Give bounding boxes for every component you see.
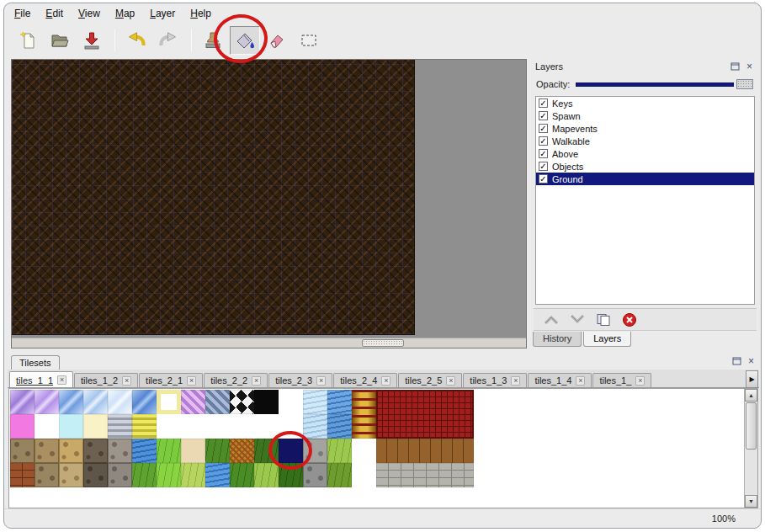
tileset-tab-tiles_2_2[interactable]: tiles_2_2× xyxy=(204,373,268,387)
tileset-tile-grass[interactable] xyxy=(205,439,230,463)
tileset-tile-frame[interactable] xyxy=(157,390,181,414)
tileset-tile-grass[interactable] xyxy=(254,439,279,463)
tileset-tab-tiles_1_1[interactable]: tiles_1_1× xyxy=(9,371,73,388)
new-file-button[interactable] xyxy=(13,26,43,55)
tileset-tile-grass[interactable] xyxy=(327,439,352,463)
tileset-tile-stone[interactable] xyxy=(303,439,327,463)
tileset-tab-tiles_1_2[interactable]: tiles_1_2× xyxy=(74,373,138,387)
close-tab-icon[interactable]: × xyxy=(446,376,455,386)
tileset-tile-stone[interactable] xyxy=(108,439,132,463)
layers-panel-float-button[interactable] xyxy=(729,61,741,72)
eraser-tool-button[interactable] xyxy=(262,26,292,55)
tileset-tile-gem[interactable] xyxy=(83,390,108,414)
tileset-tile-water[interactable] xyxy=(205,463,230,487)
tileset-tile-dstripe[interactable] xyxy=(181,390,205,414)
layer-row-objects[interactable]: ✓Objects xyxy=(536,160,754,173)
tileset-tile-stone[interactable] xyxy=(35,439,59,463)
tileset-tile-stone[interactable] xyxy=(59,463,83,487)
tileset-tile-grass[interactable] xyxy=(230,463,254,487)
tileset-tile-weave[interactable] xyxy=(230,439,254,463)
map-canvas[interactable] xyxy=(12,60,415,335)
tileset-tile-brick[interactable] xyxy=(10,463,35,487)
scroll-up-button[interactable]: ▲ xyxy=(745,389,757,402)
tileset-tab-tiles_2_3[interactable]: tiles_2_3× xyxy=(268,373,332,387)
tileset-tile-stone[interactable] xyxy=(108,463,132,487)
tileset-tab-tiles_2_5[interactable]: tiles_2_5× xyxy=(398,373,462,387)
tileset-tile-grass[interactable] xyxy=(327,463,352,487)
tileset-tile-hstripe[interactable] xyxy=(132,414,157,439)
tileset-tile-stone[interactable] xyxy=(10,439,35,463)
tilesets-panel-float-button[interactable] xyxy=(730,355,743,366)
undo-button[interactable] xyxy=(121,26,151,55)
move-layer-down-button[interactable] xyxy=(570,314,585,325)
close-tab-icon[interactable]: × xyxy=(576,376,585,386)
tileset-tile-wood[interactable] xyxy=(376,439,474,463)
tab-history[interactable]: History xyxy=(533,332,582,347)
tileset-tile-navy-selected[interactable] xyxy=(279,439,303,463)
layer-visibility-checkbox[interactable]: ✓ xyxy=(539,174,548,184)
vertical-scrollbar-thumb[interactable] xyxy=(746,402,757,450)
close-tab-icon[interactable]: × xyxy=(316,376,326,386)
tileset-tile-plain[interactable] xyxy=(254,390,279,414)
layer-visibility-checkbox[interactable]: ✓ xyxy=(539,136,548,146)
close-tab-icon[interactable]: × xyxy=(511,376,520,386)
import-button[interactable] xyxy=(77,26,107,55)
tileset-tile-plain[interactable] xyxy=(181,439,205,463)
menu-view[interactable]: View xyxy=(78,8,100,19)
layer-row-spawn[interactable]: ✓Spawn xyxy=(536,109,754,122)
tileset-tile-water[interactable] xyxy=(132,439,157,463)
tileset-tile-gem[interactable] xyxy=(59,390,83,414)
menu-file[interactable]: File xyxy=(14,8,30,19)
layer-row-mapevents[interactable]: ✓Mapevents xyxy=(536,122,754,135)
tileset-tile-stone[interactable] xyxy=(35,463,59,487)
tileset-tile-grass[interactable] xyxy=(181,463,205,487)
layer-visibility-checkbox[interactable]: ✓ xyxy=(539,124,548,133)
layers-panel-close-button[interactable]: × xyxy=(743,61,756,72)
tileset-tile-grass[interactable] xyxy=(157,439,181,463)
tileset-tile-ornate[interactable] xyxy=(352,390,376,439)
opacity-slider-handle[interactable] xyxy=(736,79,753,89)
horizontal-scrollbar-thumb[interactable] xyxy=(362,339,404,347)
tileset-tile-gem[interactable] xyxy=(10,390,35,414)
tileset-tab-tiles_1_[interactable]: tiles_1_× xyxy=(592,373,651,387)
close-tab-icon[interactable]: × xyxy=(252,376,261,386)
duplicate-layer-button[interactable] xyxy=(596,313,611,327)
open-button[interactable] xyxy=(45,26,75,55)
layer-row-walkable[interactable]: ✓Walkable xyxy=(536,135,754,147)
delete-layer-button[interactable] xyxy=(622,312,637,327)
close-tab-icon[interactable]: × xyxy=(381,376,390,386)
tileset-tile-water[interactable] xyxy=(327,414,352,439)
tileset-tile-water[interactable] xyxy=(303,414,327,439)
tileset-vertical-scrollbar[interactable]: ▲ ▼ xyxy=(744,389,757,508)
canvas-horizontal-scrollbar[interactable] xyxy=(12,338,526,348)
scroll-down-button[interactable]: ▼ xyxy=(745,495,757,508)
tileset-tab-tiles_2_1[interactable]: tiles_2_1× xyxy=(139,373,203,387)
tilesets-panel-close-button[interactable]: × xyxy=(745,355,757,366)
tileset-tabs-scroll-right-button[interactable]: ▶ xyxy=(746,370,758,388)
tileset-tile-grass[interactable] xyxy=(132,463,157,487)
tileset-tab-tiles_2_4[interactable]: tiles_2_4× xyxy=(333,373,397,387)
opacity-slider[interactable] xyxy=(576,78,754,90)
tileset-tab-tiles_1_3[interactable]: tiles_1_3× xyxy=(463,373,527,387)
tileset-tile-stone[interactable] xyxy=(59,439,83,463)
tileset-tile-water[interactable] xyxy=(303,390,327,414)
tileset-tile-plain[interactable] xyxy=(59,414,83,439)
tileset-tile-grass[interactable] xyxy=(157,463,181,487)
tileset-tile-hstripe[interactable] xyxy=(108,414,132,439)
tileset-tile-grass[interactable] xyxy=(279,463,303,487)
layer-row-keys[interactable]: ✓Keys xyxy=(536,97,754,109)
tileset-tile-stone[interactable] xyxy=(83,463,108,487)
menu-layer[interactable]: Layer xyxy=(150,8,175,19)
tileset-tile-stone[interactable] xyxy=(83,439,108,463)
layer-visibility-checkbox[interactable]: ✓ xyxy=(539,111,548,120)
menu-map[interactable]: Map xyxy=(115,8,135,19)
tileset-tab-tiles_1_4[interactable]: tiles_1_4× xyxy=(528,373,592,387)
fill-tool-button[interactable] xyxy=(230,26,260,55)
tileset-tile-brick[interactable] xyxy=(376,463,474,487)
tab-layers[interactable]: Layers xyxy=(583,332,631,347)
tileset-tile-gem[interactable] xyxy=(132,390,157,414)
select-tool-button[interactable] xyxy=(294,26,324,55)
layer-visibility-checkbox[interactable]: ✓ xyxy=(539,162,548,171)
tileset-tile-water[interactable] xyxy=(327,390,352,414)
tileset-tile-plain[interactable] xyxy=(83,414,108,439)
